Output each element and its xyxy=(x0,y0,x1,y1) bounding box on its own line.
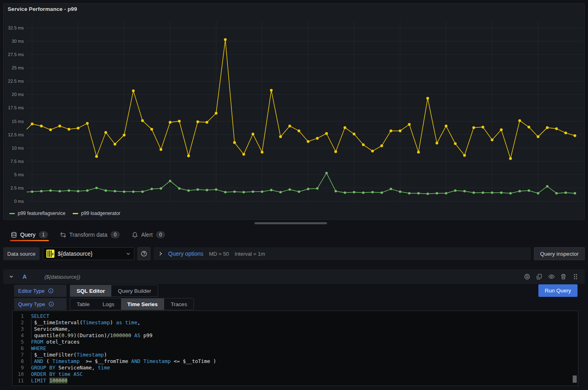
code-line[interactable]: 2 $__timeInterval(Timestamp) as time, xyxy=(13,319,578,326)
code-line[interactable]: 7 $__timeFilter(Timestamp) xyxy=(13,352,578,358)
code-text: ServiceName, xyxy=(31,326,578,332)
chart-legend: p99 featureflagservicep99 loadgenerator xyxy=(9,211,121,216)
legend-series-dash xyxy=(9,213,15,214)
tab-count-badge: 0 xyxy=(111,231,120,238)
svg-text:15 ms: 15 ms xyxy=(12,119,24,124)
datasource-picker[interactable]: ${datasource} xyxy=(43,247,134,260)
sql-code-editor[interactable]: 1SELECT2 $__timeInterval(Timestamp) as t… xyxy=(12,311,578,386)
query-type-option-table[interactable]: Table xyxy=(70,298,96,310)
tab-count-badge: 0 xyxy=(156,231,165,238)
tab-label: Query xyxy=(20,231,35,238)
svg-text:25 ms: 25 ms xyxy=(12,65,24,70)
hide-query-eye-icon[interactable] xyxy=(548,273,555,280)
clickhouse-datasource-icon xyxy=(46,250,54,258)
legend-item[interactable]: p99 featureflagservice xyxy=(9,211,65,216)
editor-scrollbar-thumb[interactable] xyxy=(573,375,577,383)
chevron-right-icon[interactable] xyxy=(158,251,163,256)
query-ref-id: A xyxy=(23,273,27,280)
code-line[interactable]: 1SELECT xyxy=(13,313,578,319)
code-text: GROUP BY ServiceName, time xyxy=(31,365,578,371)
code-text: FROM otel_traces xyxy=(31,339,578,345)
svg-text:13:25: 13:25 xyxy=(532,205,544,205)
duplicate-query-icon[interactable] xyxy=(536,273,543,280)
code-line[interactable]: 5FROM otel_traces xyxy=(13,339,578,345)
line-number: 1 xyxy=(13,313,31,319)
svg-text:10 ms: 10 ms xyxy=(12,146,24,150)
code-line[interactable]: 6WHERE xyxy=(13,345,578,352)
svg-text:13:15: 13:15 xyxy=(440,205,452,205)
query-type-option-logs[interactable]: Logs xyxy=(96,298,121,310)
code-text: AND ( Timestamp >= $__fromTime AND Times… xyxy=(31,358,578,365)
horizontal-scrollbar-thumb[interactable] xyxy=(254,222,327,224)
query-type-option-time-series[interactable]: Time Series xyxy=(121,298,165,310)
bell-icon xyxy=(132,232,138,238)
timeseries-panel: Service Performance - p99 0 ms2.5 ms5 ms… xyxy=(3,3,585,220)
code-line[interactable]: 4 quantile(0.99)(Duration)/1000000 AS p9… xyxy=(13,332,578,339)
svg-text:13:10: 13:10 xyxy=(394,205,406,205)
tab-query[interactable]: Query1 xyxy=(10,228,49,241)
query-row-header[interactable]: A (${datasource}) xyxy=(3,269,585,284)
editor-type-option-sql-editor[interactable]: SQL Editor xyxy=(70,285,111,296)
editor-type-option-query-builder[interactable]: Query Builder xyxy=(111,285,158,296)
editor-tab-bar: Query1Transform data0Alert0 xyxy=(3,228,166,241)
svg-text:20 ms: 20 ms xyxy=(12,92,24,97)
line-number: 2 xyxy=(13,319,31,326)
svg-text:27.5 ms: 27.5 ms xyxy=(8,52,24,57)
code-text: WHERE xyxy=(31,345,578,352)
code-text: $__timeFilter(Timestamp) xyxy=(31,352,578,358)
svg-text:22.5 ms: 22.5 ms xyxy=(8,79,24,83)
tab-label: Transform data xyxy=(69,231,107,238)
datasource-help-button[interactable] xyxy=(138,247,150,260)
run-query-button[interactable]: Run Query xyxy=(538,284,578,297)
tab-alert[interactable]: Alert0 xyxy=(131,228,166,241)
code-line[interactable]: 3 ServiceName, xyxy=(13,326,578,332)
tab-count-badge: 1 xyxy=(39,231,48,238)
svg-text:0 ms: 0 ms xyxy=(14,199,24,204)
line-number: 10 xyxy=(13,371,31,377)
drag-handle-icon[interactable] xyxy=(572,273,579,280)
svg-text:12:40: 12:40 xyxy=(119,205,130,205)
legend-series-dash xyxy=(73,213,78,214)
editor-type-label: Editor Type xyxy=(14,285,67,297)
datasource-label: Data source xyxy=(3,247,40,260)
disable-query-icon[interactable] xyxy=(523,273,531,280)
query-type-label-text: Query Type xyxy=(18,301,45,307)
code-text: LIMIT 100000 xyxy=(31,377,578,384)
query-type-option-traces[interactable]: Traces xyxy=(164,298,194,310)
code-line[interactable]: 11LIMIT 100000 xyxy=(13,377,578,384)
delete-query-trash-icon[interactable] xyxy=(560,273,567,280)
collapse-chevron-icon[interactable] xyxy=(9,274,14,279)
query-options-link[interactable]: Query options xyxy=(168,250,203,257)
line-number: 9 xyxy=(13,365,31,371)
line-number: 3 xyxy=(13,326,31,332)
code-line[interactable]: 9GROUP BY ServiceName, time xyxy=(13,365,578,371)
query-toolbar: Data source ${datasource} Query options … xyxy=(3,247,585,260)
datasource-value: ${datasource} xyxy=(58,250,123,257)
tab-transform-data[interactable]: Transform data0 xyxy=(59,228,121,241)
svg-text:13:00: 13:00 xyxy=(302,205,314,205)
timeseries-chart[interactable]: 0 ms2.5 ms5 ms7.5 ms10 ms12.5 ms15 ms17.… xyxy=(4,4,585,205)
svg-text:12:50: 12:50 xyxy=(211,205,222,205)
query-options-interval: Interval = 1m xyxy=(235,251,265,257)
line-number: 8 xyxy=(13,358,31,365)
svg-text:2.5 ms: 2.5 ms xyxy=(10,186,24,190)
svg-text:13:20: 13:20 xyxy=(486,205,498,205)
editor-type-radio-group: SQL EditorQuery Builder xyxy=(70,285,158,297)
code-line[interactable]: 10ORDER BY time ASC xyxy=(13,371,578,377)
line-number: 11 xyxy=(13,377,31,384)
svg-text:12:35: 12:35 xyxy=(73,205,84,205)
query-inspector-button[interactable]: Query inspector xyxy=(534,247,585,260)
svg-text:5 ms: 5 ms xyxy=(14,172,24,177)
database-icon xyxy=(11,232,17,238)
legend-item[interactable]: p99 loadgenerator xyxy=(73,211,120,216)
transform-icon xyxy=(60,232,66,238)
tab-label: Alert xyxy=(141,231,153,238)
query-type-label: Query Type xyxy=(14,298,67,310)
code-line[interactable]: 8 AND ( Timestamp >= $__fromTime AND Tim… xyxy=(13,358,578,365)
line-number: 7 xyxy=(13,352,31,358)
query-row-actions xyxy=(523,273,579,280)
info-circle-icon xyxy=(48,301,54,307)
svg-text:13:05: 13:05 xyxy=(348,205,360,205)
line-number: 5 xyxy=(13,339,31,345)
line-number: 4 xyxy=(13,332,31,339)
